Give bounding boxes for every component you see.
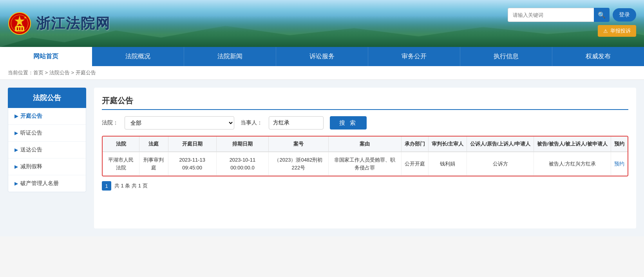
cell-judge: 钱利娟 xyxy=(428,152,467,176)
arrow-icon: ▶ xyxy=(14,181,18,186)
party-filter-label: 当事人： xyxy=(241,119,262,126)
cell-case-no: （2023）浙0482刑初222号 xyxy=(269,152,329,176)
filter-row: 法院： 全部 当事人： 搜 索 xyxy=(102,116,628,130)
filter-search-button[interactable]: 搜 索 xyxy=(330,116,367,130)
header-logo-area: 浙江法院网 xyxy=(0,12,118,35)
col-courtroom: 法庭 xyxy=(139,137,168,152)
breadcrumb: 当前位置：首页 > 法院公告 > 开庭公告 xyxy=(0,66,644,80)
cell-schedule-date: 2023-10-11 00:00:00.0 xyxy=(216,152,269,176)
court-select[interactable]: 全部 xyxy=(125,116,234,130)
sidebar-item-label: 开庭公告 xyxy=(20,113,42,120)
nav-item-news[interactable]: 法院新闻 xyxy=(184,47,276,66)
nav-item-about[interactable]: 法院概况 xyxy=(92,47,184,66)
col-court: 法院 xyxy=(103,137,139,152)
result-table-wrapper: 法院 法庭 开庭日期 排期日期 案号 案由 承办部门 审判长/主审人 公诉人/原… xyxy=(102,136,628,176)
svg-rect-5 xyxy=(16,26,24,27)
cell-court: 平湖市人民法院 xyxy=(103,152,139,176)
header-search-area: 🔍 登录 ⚠ 举报投诉 xyxy=(508,8,636,37)
page-number-1[interactable]: 1 xyxy=(102,181,111,191)
login-button[interactable]: 登录 xyxy=(613,8,636,22)
site-title: 浙江法院网 xyxy=(36,14,110,33)
report-label: 举报投诉 xyxy=(610,27,631,34)
sidebar-item-songdagonggao[interactable]: ▶ 送达公告 xyxy=(8,142,86,158)
svg-rect-7 xyxy=(19,27,20,30)
search-input[interactable] xyxy=(508,8,594,22)
cell-hearing-date: 2023-11-13 09:45:00 xyxy=(168,152,216,176)
main-layout: 法院公告 ▶ 开庭公告 ▶ 听证公告 ▶ 送达公告 ▶ 减刑假释 ▶ 破产管理人… xyxy=(0,80,644,236)
col-defendant: 被告/被告人/被上诉人/被申请人 xyxy=(534,137,611,152)
sidebar-item-label: 送达公告 xyxy=(20,146,42,153)
cell-cause: 非国家工作人员受贿罪、职务侵占罪 xyxy=(328,152,401,176)
table-header-row: 法院 法庭 开庭日期 排期日期 案号 案由 承办部门 审判长/主审人 公诉人/原… xyxy=(103,137,628,152)
sidebar-item-tinzhenggonggao[interactable]: ▶ 听证公告 xyxy=(8,125,86,142)
sidebar-item-jianxingjishi[interactable]: ▶ 减刑假释 xyxy=(8,158,86,175)
sidebar-item-kaitinggonggao[interactable]: ▶ 开庭公告 xyxy=(8,108,86,125)
col-cause: 案由 xyxy=(328,137,401,152)
nav-item-home[interactable]: 网站首页 xyxy=(0,47,92,66)
col-plaintiff: 公诉人/原告/上诉人/申请人 xyxy=(467,137,534,152)
col-judge: 审判长/主审人 xyxy=(428,137,467,152)
report-button[interactable]: ⚠ 举报投诉 xyxy=(598,25,636,37)
arrow-icon: ▶ xyxy=(14,164,18,169)
national-emblem-icon xyxy=(8,12,31,35)
court-filter-label: 法院： xyxy=(102,119,118,126)
col-case-no: 案号 xyxy=(269,137,329,152)
pagination: 1 共 1 条 共 1 页 xyxy=(102,181,628,191)
arrow-icon: ▶ xyxy=(14,130,18,136)
breadcrumb-text: 当前位置：首页 > 法院公告 > 开庭公告 xyxy=(8,70,96,76)
nav-item-authority[interactable]: 权威发布 xyxy=(552,47,644,66)
sidebar-item-pochanname[interactable]: ▶ 破产管理人名册 xyxy=(8,175,86,192)
sidebar-item-label: 听证公告 xyxy=(20,130,42,137)
result-table: 法院 法庭 开庭日期 排期日期 案号 案由 承办部门 审判长/主审人 公诉人/原… xyxy=(103,137,628,176)
cell-department: 公开开庭 xyxy=(401,152,428,176)
search-button[interactable]: 🔍 xyxy=(594,8,610,22)
col-department: 承办部门 xyxy=(401,137,428,152)
sidebar-menu: ▶ 开庭公告 ▶ 听证公告 ▶ 送达公告 ▶ 减刑假释 ▶ 破产管理人名册 xyxy=(8,108,86,192)
appointment-link[interactable]: 预约 xyxy=(614,161,624,167)
navigation-bar: 网站首页 法院概况 法院新闻 诉讼服务 审务公开 执行信息 权威发布 xyxy=(0,47,644,66)
header: 浙江法院网 🔍 登录 ⚠ 举报投诉 xyxy=(0,0,644,47)
nav-item-affairs[interactable]: 审务公开 xyxy=(368,47,460,66)
col-hearing-date: 开庭日期 xyxy=(168,137,216,152)
sidebar-title: 法院公告 xyxy=(8,88,86,108)
content-title: 开庭公告 xyxy=(102,95,628,110)
party-input[interactable] xyxy=(269,116,324,130)
sidebar-item-label: 破产管理人名册 xyxy=(20,180,59,187)
svg-rect-8 xyxy=(22,27,23,30)
col-schedule-date: 排期日期 xyxy=(216,137,269,152)
arrow-icon: ▶ xyxy=(14,113,18,119)
sidebar-item-label: 减刑假释 xyxy=(20,163,42,170)
sidebar: 法院公告 ▶ 开庭公告 ▶ 听证公告 ▶ 送达公告 ▶ 减刑假释 ▶ 破产管理人… xyxy=(8,88,86,228)
total-text: 共 1 条 共 1 页 xyxy=(114,182,148,189)
arrow-icon: ▶ xyxy=(14,147,18,153)
nav-item-execute[interactable]: 执行信息 xyxy=(460,47,552,66)
cell-appointment[interactable]: 预约 xyxy=(611,152,628,176)
cell-plaintiff: 公诉方 xyxy=(467,152,534,176)
report-icon: ⚠ xyxy=(603,28,608,34)
content-area: 开庭公告 法院： 全部 当事人： 搜 索 法院 法庭 开庭日期 排期日期 案 xyxy=(94,88,636,228)
col-appointment: 预约 xyxy=(611,137,628,152)
search-row: 🔍 xyxy=(508,8,610,22)
svg-rect-6 xyxy=(17,27,18,30)
cell-courtroom: 刑事审判庭 xyxy=(139,152,168,176)
table-row: 平湖市人民法院 刑事审判庭 2023-11-13 09:45:00 2023-1… xyxy=(103,152,628,176)
cell-defendant: 被告人:方红兴方红承 xyxy=(534,152,611,176)
nav-item-service[interactable]: 诉讼服务 xyxy=(276,47,368,66)
